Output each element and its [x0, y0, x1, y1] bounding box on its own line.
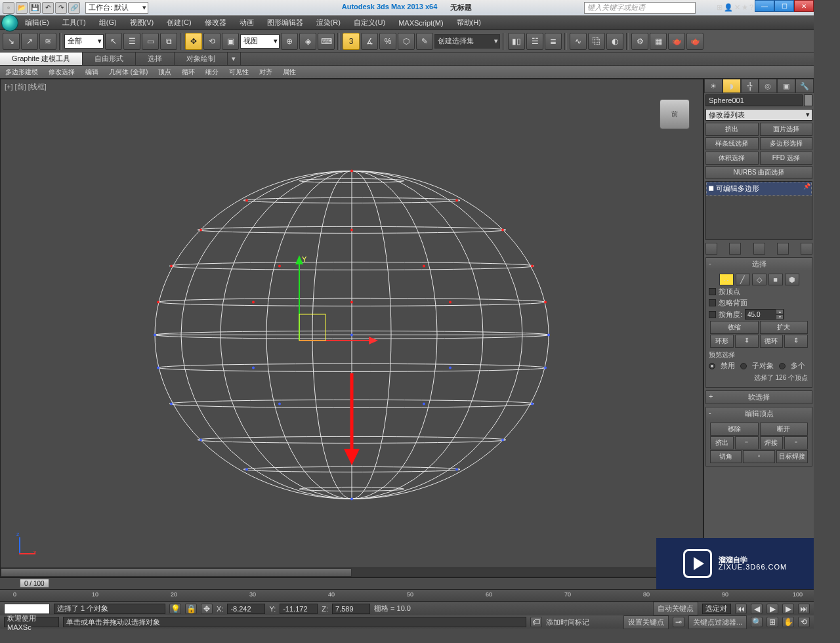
btn-ring[interactable]: 环形 — [710, 335, 734, 348]
tab-graphite[interactable]: Graphite 建模工具 — [0, 52, 83, 65]
menu-create[interactable]: 创建(C) — [161, 16, 196, 29]
open-icon[interactable]: 📂 — [16, 2, 28, 14]
render-setup-icon[interactable]: ⚙ — [631, 33, 648, 50]
select-icon[interactable]: ↖ — [105, 33, 122, 50]
btn-volsel[interactable]: 体积选择 — [705, 152, 759, 165]
btn-nurbssel[interactable]: NURBS 曲面选择 — [705, 166, 812, 179]
viewcube[interactable]: 前 — [660, 99, 690, 129]
time-tag-icon[interactable]: 🏷 — [530, 617, 542, 627]
move-gizmo-icon[interactable]: Y — [286, 255, 417, 354]
subobj-element-icon[interactable]: ⬢ — [785, 274, 799, 285]
menu-edit[interactable]: 编辑(E) — [20, 16, 54, 29]
script-dd[interactable] — [4, 604, 50, 614]
pin-icon[interactable] — [705, 243, 717, 255]
nav-pan-icon[interactable]: ✋ — [782, 617, 794, 627]
menu-help[interactable]: 帮助(H) — [452, 16, 486, 29]
btn-grow[interactable]: 扩大 — [760, 321, 808, 334]
viewport-hscroll[interactable] — [1, 568, 352, 577]
panel-vertices[interactable]: 顶点 — [153, 66, 177, 78]
window-cross-icon[interactable]: ⧉ — [160, 33, 177, 50]
panel-subdiv[interactable]: 细分 — [200, 66, 224, 78]
btn-extrude[interactable]: 挤出 — [705, 123, 759, 136]
lock-icon[interactable]: 🔒 — [185, 604, 197, 614]
btn-chamfer[interactable]: 切角 — [710, 450, 742, 463]
refcoord-dropdown[interactable]: 视图 — [240, 34, 280, 49]
btn-remove[interactable]: 移除 — [710, 423, 759, 436]
extrude-set-icon[interactable]: ▫ — [735, 436, 759, 449]
signin-icon[interactable]: 👤 — [724, 3, 733, 12]
edit-selset-icon[interactable]: ✎ — [416, 33, 433, 50]
ring-spin-icon[interactable]: ⇕ — [735, 335, 759, 348]
radio-subobj[interactable] — [740, 363, 747, 369]
help-search[interactable]: 键入关键字或短语 — [584, 2, 696, 14]
spinner-snap-icon[interactable]: ⬡ — [398, 33, 415, 50]
panel-modifysel[interactable]: 修改选择 — [43, 66, 80, 78]
menu-maxscript[interactable]: MAXScript(M) — [393, 18, 448, 28]
menu-view[interactable]: 视图(V) — [125, 16, 159, 29]
btn-extrude2[interactable]: 挤出 — [710, 436, 734, 449]
new-icon[interactable]: ▫ — [3, 2, 14, 14]
menu-tools[interactable]: 工具(T) — [57, 16, 91, 29]
panel-visibility[interactable]: 可见性 — [224, 66, 254, 78]
layers-icon[interactable]: ≣ — [545, 33, 562, 50]
tab-freeform[interactable]: 自由形式 — [83, 52, 136, 65]
material-editor-icon[interactable]: ◐ — [606, 33, 623, 50]
btn-loop[interactable]: 循环 — [760, 335, 784, 348]
configure-icon[interactable] — [801, 243, 812, 255]
move-tool-icon[interactable]: ✥ — [185, 33, 202, 50]
loop-spin-icon[interactable]: ⇕ — [784, 335, 808, 348]
btn-weld[interactable]: 焊接 — [760, 436, 784, 449]
object-name-field[interactable] — [705, 94, 803, 106]
nav-orbit-icon[interactable]: ⟲ — [798, 617, 810, 627]
bind-tool-icon[interactable]: ≋ — [39, 33, 56, 50]
show-end-icon[interactable] — [729, 243, 741, 255]
snap-toggle-icon[interactable]: 3 — [343, 33, 360, 50]
addmarker-label[interactable]: 添加时间标记 — [546, 617, 589, 627]
subobj-border-icon[interactable]: ◇ — [752, 274, 766, 285]
keyboard-icon[interactable]: ⌨ — [318, 33, 335, 50]
prev-frame-icon[interactable]: ◀ — [751, 604, 763, 614]
track-bar[interactable]: 0 10 20 30 40 50 60 70 80 90 100 — [0, 589, 814, 601]
render-iter-icon[interactable]: 🫖 — [686, 33, 704, 50]
modifier-stack[interactable]: ◼可编辑多边形 📌 — [705, 181, 812, 240]
object-color-swatch[interactable] — [804, 94, 812, 106]
utilities-tab-icon[interactable]: 🔧 — [795, 79, 814, 93]
pin-stack-icon[interactable]: 📌 — [803, 183, 810, 190]
select-name-icon[interactable]: ☰ — [123, 33, 140, 50]
keyfilter-button[interactable]: 关键点过滤器... — [688, 615, 747, 629]
maximize-button[interactable]: ☐ — [774, 0, 794, 12]
display-tab-icon[interactable]: ▣ — [777, 79, 795, 93]
schematic-icon[interactable]: ⿻ — [588, 33, 605, 50]
abs-rel-icon[interactable]: ✥ — [201, 604, 213, 614]
rotate-tool-icon[interactable]: ⟲ — [203, 33, 220, 50]
percent-snap-icon[interactable]: % — [379, 33, 396, 50]
grid-icon[interactable]: ⊞ — [717, 3, 723, 12]
btn-polysel[interactable]: 多边形选择 — [760, 137, 813, 150]
save-icon[interactable]: 💾 — [29, 2, 41, 14]
app-logo-icon[interactable] — [1, 14, 18, 31]
ribbon-expand-icon[interactable]: ▾ — [228, 52, 241, 65]
setkey-button[interactable]: 设置关键点 — [623, 615, 669, 629]
scale-tool-icon[interactable]: ▣ — [222, 33, 239, 50]
rendered-frame-icon[interactable]: ▦ — [650, 33, 667, 50]
fav-icon[interactable]: ★ — [742, 3, 748, 12]
radio-multi[interactable] — [779, 363, 786, 369]
close-button[interactable]: ✕ — [794, 0, 814, 12]
curve-editor-icon[interactable]: ∿ — [570, 33, 587, 50]
modify-tab-icon[interactable]: ◗ — [723, 79, 741, 93]
tab-paint[interactable]: 对象绘制 — [175, 52, 228, 65]
redo-icon[interactable]: ↷ — [55, 2, 67, 14]
chk-byvertex[interactable]: 按顶点 — [709, 287, 809, 297]
menu-animation[interactable]: 动画 — [234, 16, 259, 29]
select-manip-icon[interactable]: ◈ — [299, 33, 316, 50]
hierarchy-tab-icon[interactable]: ╬ — [741, 79, 759, 93]
rollout-editvertex-header[interactable]: -编辑顶点 — [706, 407, 812, 420]
link-tool-icon[interactable]: ↘ — [3, 33, 20, 50]
btn-patchsel[interactable]: 面片选择 — [760, 123, 813, 136]
modifier-list-dropdown[interactable]: 修改器列表 — [705, 109, 812, 121]
btn-targetweld[interactable]: 目标焊接 — [776, 450, 808, 463]
selkey-field[interactable]: 选定对 — [702, 604, 731, 614]
x-field[interactable]: -8.242 — [227, 604, 265, 614]
minimize-button[interactable]: — — [755, 0, 774, 12]
select-region-icon[interactable]: ▭ — [142, 33, 159, 50]
